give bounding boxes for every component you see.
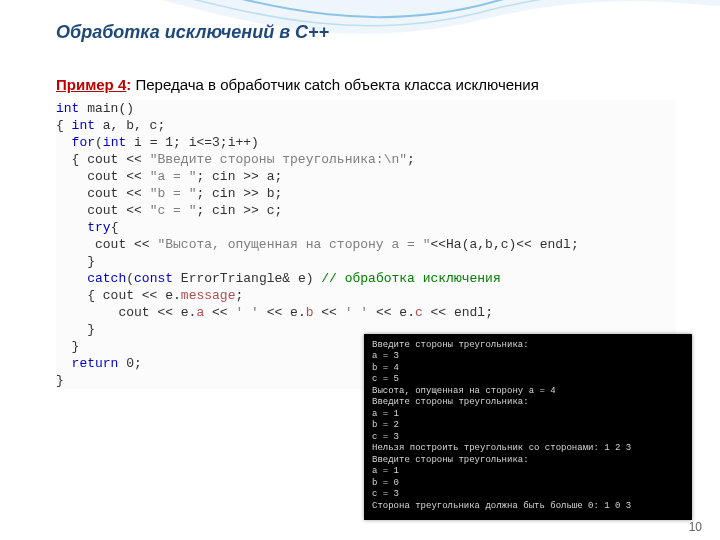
page-number: 10 xyxy=(689,520,702,534)
code-token: { cout << e. xyxy=(56,288,181,303)
code-token: cout << xyxy=(56,203,150,218)
code-token: <<Ha(a,b,c)<< endl; xyxy=(430,237,578,252)
code-token: << endl; xyxy=(423,305,493,320)
code-token: << xyxy=(204,305,235,320)
code-token: } xyxy=(56,339,79,354)
code-token: ; cin >> c; xyxy=(196,203,282,218)
code-token: "b = " xyxy=(150,186,197,201)
example-label: Пример 4 xyxy=(56,76,126,93)
code-token: cout << e. xyxy=(56,305,196,320)
code-token xyxy=(56,135,72,150)
code-token: int xyxy=(72,118,95,133)
code-token xyxy=(56,220,87,235)
code-token: { cout << xyxy=(56,152,150,167)
code-token: 0; xyxy=(118,356,141,371)
code-token: int xyxy=(103,135,126,150)
code-token: "c = " xyxy=(150,203,197,218)
code-token: "Введите стороны треугольника:\n" xyxy=(150,152,407,167)
code-token: i = 1; i<=3;i++) xyxy=(126,135,259,150)
code-token: try xyxy=(87,220,110,235)
code-token: ; xyxy=(235,288,243,303)
code-token: ; cin >> b; xyxy=(196,186,282,201)
code-token: ' ' xyxy=(345,305,368,320)
code-token: main() xyxy=(79,101,134,116)
code-token: // обработка исключения xyxy=(321,271,500,286)
code-token xyxy=(56,356,72,371)
code-token: cout << xyxy=(56,237,157,252)
code-token: ; xyxy=(407,152,415,167)
code-token: b xyxy=(306,305,314,320)
code-token: ; cin >> a; xyxy=(196,169,282,184)
code-token: cout << xyxy=(56,169,150,184)
console-output: Введите стороны треугольника: a = 3 b = … xyxy=(364,334,692,521)
code-token: { xyxy=(111,220,119,235)
code-token: message xyxy=(181,288,236,303)
code-token: c xyxy=(415,305,423,320)
code-token: { xyxy=(56,118,72,133)
code-token: ( xyxy=(126,271,134,286)
code-token: for xyxy=(72,135,95,150)
code-token: ( xyxy=(95,135,103,150)
code-token: << e. xyxy=(368,305,415,320)
code-token: } xyxy=(56,373,64,388)
code-token xyxy=(56,271,87,286)
code-token: a, b, c; xyxy=(95,118,165,133)
example-text: Передача в обработчик catch объекта клас… xyxy=(131,76,539,93)
code-token: ErrorTriangle& e) xyxy=(173,271,321,286)
code-token: << xyxy=(314,305,345,320)
code-token: ' ' xyxy=(235,305,258,320)
code-token: const xyxy=(134,271,173,286)
code-token: return xyxy=(72,356,119,371)
code-token: } xyxy=(56,322,95,337)
slide-title: Обработка исключений в С++ xyxy=(56,22,329,43)
code-token: "a = " xyxy=(150,169,197,184)
code-token: "Высота, опущенная на сторону a = " xyxy=(157,237,430,252)
code-token: cout << xyxy=(56,186,150,201)
example-caption: Пример 4: Передача в обработчик catch об… xyxy=(56,76,539,93)
code-token: } xyxy=(56,254,95,269)
code-token: int xyxy=(56,101,79,116)
code-token: catch xyxy=(87,271,126,286)
code-token: << e. xyxy=(259,305,306,320)
